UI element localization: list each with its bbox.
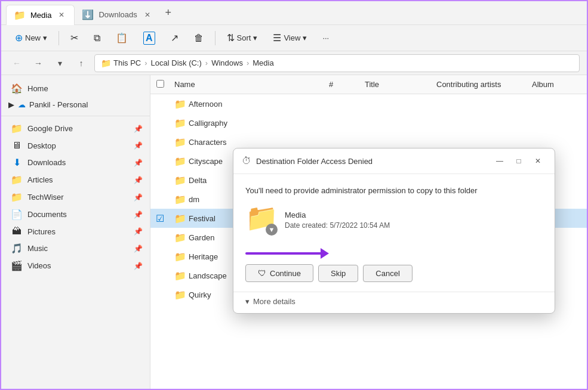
sidebar-item-home-label: Home bbox=[27, 84, 48, 93]
sidebar-item-articles[interactable]: 📁 Articles 📌 bbox=[1, 171, 150, 188]
header-name[interactable]: Name bbox=[170, 78, 324, 91]
sidebar-item-pictures[interactable]: 🏔 Pictures 📌 bbox=[1, 223, 150, 240]
sidebar-resize-handle[interactable] bbox=[147, 75, 150, 390]
more-button[interactable]: ··· bbox=[316, 30, 335, 46]
tab-media-close[interactable]: ✕ bbox=[56, 10, 67, 20]
sidebar-item-home[interactable]: 🏠 Home bbox=[1, 80, 150, 97]
sidebar-item-google-drive[interactable]: 📁 Google Drive 📌 bbox=[1, 120, 150, 137]
sidebar-item-pankil[interactable]: ▶ ☁ Pankil - Personal bbox=[1, 97, 150, 112]
google-drive-icon: 📁 bbox=[11, 123, 23, 134]
dialog-folder-icon-container: 📁 ▼ bbox=[245, 205, 276, 236]
toolbar-sep-1 bbox=[59, 31, 59, 45]
paste-icon: 📋 bbox=[116, 32, 128, 44]
dialog-minimize-button[interactable]: — bbox=[491, 154, 508, 168]
dialog-arrow-container bbox=[233, 252, 555, 264]
dialog-file-details: Media Date created: 5/7/2022 10:54 AM bbox=[285, 211, 390, 230]
sidebar-item-music-label: Music bbox=[27, 244, 48, 253]
folder-icon-characters: 📁 bbox=[174, 137, 186, 148]
toolbar: ⊕ New ▾ ✂ ⧉ 📋 A ↗ 🗑 ⇅ Sort ▾ ☰ View ▾ ··… bbox=[1, 25, 587, 51]
sidebar-divider-1 bbox=[1, 116, 150, 116]
header-album[interactable]: Album bbox=[527, 78, 587, 91]
more-details-section[interactable]: ▾ More details bbox=[233, 292, 555, 313]
view-icon: ☰ bbox=[273, 32, 281, 44]
techwiser-pin-icon: 📌 bbox=[134, 193, 143, 202]
date-value: 5/7/2022 10:54 AM bbox=[330, 221, 390, 230]
back-button[interactable]: ← bbox=[8, 55, 25, 72]
music-icon: 🎵 bbox=[11, 243, 23, 254]
techwiser-icon: 📁 bbox=[11, 191, 23, 203]
address-path[interactable]: 📁 This PC › Local Disk (C:) › Windows › … bbox=[94, 54, 580, 72]
google-drive-pin-icon: 📌 bbox=[134, 125, 143, 133]
delete-button[interactable]: 🗑 bbox=[187, 29, 210, 47]
path-item-windows: Windows bbox=[211, 58, 243, 67]
folder-icon-calligraphy: 📁 bbox=[174, 117, 186, 129]
up-down-button[interactable]: ▾ bbox=[51, 55, 68, 72]
title-bar: 📁 Media ✕ ⬇️ Downloads ✕ + bbox=[1, 1, 587, 25]
header-check[interactable] bbox=[150, 80, 170, 89]
delete-icon: 🗑 bbox=[194, 33, 204, 44]
check-festival[interactable]: ☑ bbox=[150, 213, 170, 224]
cancel-button[interactable]: Cancel bbox=[363, 265, 412, 282]
sidebar-item-videos[interactable]: 🎬 Videos 📌 bbox=[1, 257, 150, 274]
header-artists[interactable]: Contributing artists bbox=[432, 78, 527, 91]
sidebar-item-pankil-label: Pankil - Personal bbox=[29, 100, 88, 109]
dialog-file-info: 📁 ▼ Media Date created: 5/7/2022 10:54 A… bbox=[245, 205, 543, 236]
sidebar-item-techwiser[interactable]: 📁 TechWiser 📌 bbox=[1, 188, 150, 206]
dialog-restore-button[interactable]: □ bbox=[510, 154, 527, 168]
folder-icon-cityscape: 📁 bbox=[174, 156, 186, 167]
dialog-title-bar: ⏱ Destination Folder Access Denied — □ ✕ bbox=[233, 148, 555, 174]
access-denied-dialog[interactable]: ⏱ Destination Folder Access Denied — □ ✕… bbox=[233, 148, 555, 314]
path-item-thispc: This PC bbox=[113, 58, 141, 67]
sidebar-item-videos-label: Videos bbox=[27, 261, 51, 270]
videos-pin-icon: 📌 bbox=[134, 262, 143, 270]
sidebar-item-desktop[interactable]: 🖥 Desktop 📌 bbox=[1, 137, 150, 154]
folder-icon-dm: 📁 bbox=[174, 194, 186, 205]
folder-icon-festival: 📁 bbox=[174, 213, 186, 224]
copy-button[interactable]: ⧉ bbox=[87, 29, 107, 47]
sort-label: Sort bbox=[237, 33, 251, 42]
folder-icon-quirky: 📁 bbox=[174, 289, 186, 301]
view-button[interactable]: ☰ View ▾ bbox=[266, 29, 313, 47]
tab-downloads-close[interactable]: ✕ bbox=[142, 10, 153, 20]
path-item-localdisk: Local Disk (C:) bbox=[151, 58, 202, 67]
sort-icon: ⇅ bbox=[227, 32, 235, 44]
address-bar: ← → ▾ ↑ 📁 This PC › Local Disk (C:) › Wi… bbox=[1, 51, 587, 75]
file-row-calligraphy[interactable]: 📁 Calligraphy bbox=[150, 113, 587, 132]
tab-downloads[interactable]: ⬇️ Downloads ✕ bbox=[75, 5, 159, 25]
videos-icon: 🎬 bbox=[11, 260, 23, 271]
file-row-afternoon[interactable]: 📁 Afternoon bbox=[150, 94, 587, 113]
dialog-win-buttons: — □ ✕ bbox=[491, 154, 546, 168]
cancel-label: Cancel bbox=[375, 269, 399, 278]
downloads-icon: ⬇ bbox=[11, 157, 23, 168]
tab-media[interactable]: 📁 Media ✕ bbox=[6, 5, 75, 25]
sidebar-item-techwiser-label: TechWiser bbox=[27, 193, 64, 202]
sidebar-item-documents-label: Documents bbox=[27, 210, 67, 219]
dialog-title-text: Destination Folder Access Denied bbox=[256, 157, 487, 166]
sidebar-item-downloads[interactable]: ⬇ Downloads 📌 bbox=[1, 154, 150, 171]
skip-button[interactable]: Skip bbox=[318, 265, 358, 282]
forward-button[interactable]: → bbox=[30, 55, 47, 72]
share-button[interactable]: ↗ bbox=[164, 29, 185, 47]
sidebar-item-documents[interactable]: 📄 Documents 📌 bbox=[1, 206, 150, 223]
folder-icon-heritage: 📁 bbox=[174, 251, 186, 262]
dialog-message: You'll need to provide administrator per… bbox=[245, 186, 543, 195]
new-button[interactable]: ⊕ New ▾ bbox=[8, 29, 54, 47]
paste-button[interactable]: 📋 bbox=[109, 29, 134, 47]
add-tab-button[interactable]: + bbox=[160, 5, 177, 21]
rename-button[interactable]: A bbox=[137, 28, 162, 48]
tab-media-icon: 📁 bbox=[14, 10, 26, 21]
pictures-pin-icon: 📌 bbox=[134, 227, 143, 236]
header-num[interactable]: # bbox=[324, 78, 360, 91]
header-title[interactable]: Title bbox=[360, 78, 432, 91]
folder-icon-garden: 📁 bbox=[174, 232, 186, 243]
sort-chevron-icon: ▾ bbox=[253, 33, 257, 42]
rename-icon: A bbox=[143, 32, 155, 45]
documents-pin-icon: 📌 bbox=[134, 211, 143, 219]
sidebar-item-music[interactable]: 🎵 Music 📌 bbox=[1, 240, 150, 257]
select-all-checkbox[interactable] bbox=[156, 80, 164, 88]
sort-button[interactable]: ⇅ Sort ▾ bbox=[220, 29, 264, 47]
continue-button[interactable]: 🛡 Continue bbox=[245, 264, 313, 282]
up-button[interactable]: ↑ bbox=[73, 55, 90, 72]
dialog-close-button[interactable]: ✕ bbox=[529, 154, 546, 168]
cut-button[interactable]: ✂ bbox=[64, 29, 85, 47]
